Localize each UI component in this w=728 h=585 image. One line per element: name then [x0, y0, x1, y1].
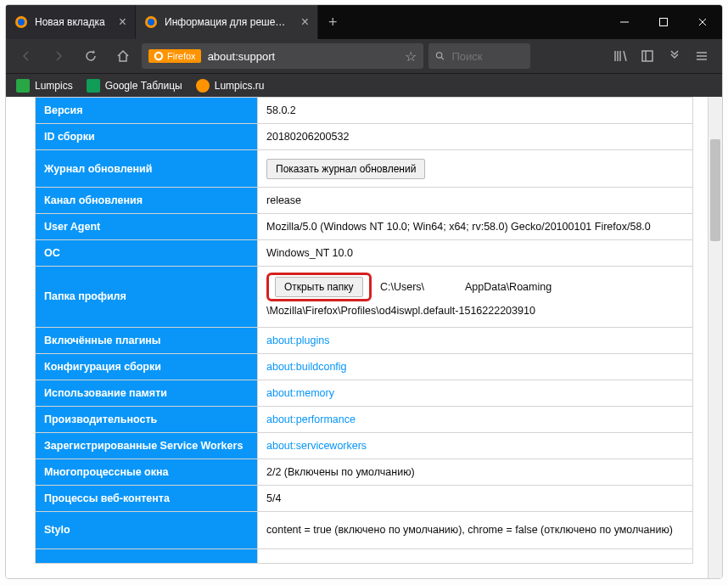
- identity-label: Firefox: [167, 51, 196, 61]
- search-bar[interactable]: [428, 43, 530, 69]
- tab-support[interactable]: Информация для решения пр ×: [136, 5, 318, 39]
- home-button[interactable]: [109, 42, 137, 70]
- tab-title: Новая вкладка: [35, 16, 105, 28]
- overflow-icon[interactable]: [661, 42, 688, 70]
- row-label: Зарегистрированные Service Workers: [36, 432, 258, 458]
- table-row: User AgentMozilla/5.0 (Windows NT 10.0; …: [36, 214, 693, 240]
- about-memory-link[interactable]: about:memory: [266, 387, 334, 399]
- row-label: Stylo: [36, 511, 258, 548]
- row-label: Канал обновления: [36, 188, 258, 214]
- firefox-icon: [154, 51, 164, 61]
- row-label: Конфигурация сборки: [36, 353, 258, 380]
- bookmark-star-icon[interactable]: ☆: [405, 48, 417, 65]
- nav-toolbar: Firefox about:support ☆: [6, 39, 722, 73]
- table-row: Производительностьabout:performance: [36, 406, 693, 432]
- minimize-button[interactable]: [605, 5, 644, 39]
- row-value: Mozilla/5.0 (Windows NT 10.0; Win64; x64…: [258, 214, 693, 240]
- bookmarks-bar: Lumpics Google Таблицы Lumpics.ru: [6, 73, 722, 97]
- row-label: Использование памяти: [36, 380, 258, 406]
- close-button[interactable]: [683, 5, 722, 39]
- row-value: 58.0.2: [258, 98, 693, 124]
- tab-title: Информация для решения пр: [165, 16, 288, 28]
- close-icon[interactable]: ×: [119, 14, 126, 30]
- maximize-button[interactable]: [644, 5, 683, 39]
- row-value: about:plugins: [258, 327, 693, 353]
- window-controls: [605, 5, 722, 39]
- menu-icon[interactable]: [688, 42, 715, 70]
- bookmark-lumpicsru[interactable]: Lumpics.ru: [196, 79, 265, 93]
- page-content: Версия58.0.2 ID сборки20180206200532 Жур…: [6, 97, 722, 578]
- profile-path-1: C:\Users\: [380, 281, 424, 293]
- open-folder-button[interactable]: Открыть папку: [275, 277, 363, 297]
- library-icon[interactable]: [607, 42, 634, 70]
- row-label: ОС: [36, 240, 258, 267]
- table-row: Stylocontent = true (включено по умолчан…: [36, 511, 693, 548]
- table-row: Зарегистрированные Service Workersabout:…: [36, 432, 693, 458]
- row-value: 20180206200532: [258, 124, 693, 150]
- row-label: ID сборки: [36, 124, 258, 150]
- forward-button[interactable]: [45, 42, 72, 70]
- show-updates-button[interactable]: Показать журнал обновлений: [266, 159, 425, 179]
- bookmark-lumpics[interactable]: Lumpics: [16, 79, 73, 93]
- svg-rect-12: [642, 51, 652, 61]
- about-plugins-link[interactable]: about:plugins: [266, 335, 329, 346]
- bookmark-label: Lumpics: [35, 80, 73, 92]
- bookmark-label: Google Таблицы: [105, 80, 182, 92]
- row-label: Процессы веб-контента: [36, 485, 258, 511]
- table-row: Использование памятиabout:memory: [36, 380, 693, 406]
- about-buildconfig-link[interactable]: about:buildconfig: [266, 361, 347, 373]
- identity-badge: Firefox: [148, 49, 201, 63]
- reload-button[interactable]: [77, 42, 104, 70]
- table-row: Многопроцессные окна2/2 (Включены по умо…: [36, 458, 693, 485]
- table-row: Журнал обновленийПоказать журнал обновле…: [36, 150, 693, 188]
- row-label: Включённые плагины: [36, 327, 258, 353]
- titlebar: Новая вкладка × Информация для решения п…: [6, 5, 722, 39]
- row-label: Папка профиля: [36, 267, 258, 328]
- profile-path-3: \Mozilla\Firefox\Profiles\od4iswpl.defau…: [266, 305, 535, 317]
- about-serviceworkers-link[interactable]: about:serviceworkers: [266, 440, 367, 452]
- back-button[interactable]: [13, 42, 40, 70]
- scrollbar[interactable]: [708, 97, 722, 578]
- svg-line-11: [441, 57, 444, 59]
- row-value: release: [258, 188, 693, 214]
- row-value: [258, 548, 693, 563]
- sheets-icon: [87, 79, 100, 93]
- triangle-icon: [16, 79, 30, 93]
- sidebar-icon[interactable]: [634, 42, 661, 70]
- row-label: Журнал обновлений: [36, 150, 258, 188]
- table-row: Конфигурация сборкиabout:buildconfig: [36, 353, 693, 380]
- close-icon[interactable]: ×: [301, 14, 309, 30]
- firefox-icon: [14, 15, 28, 29]
- url-bar[interactable]: Firefox about:support ☆: [142, 43, 423, 69]
- svg-point-10: [436, 53, 441, 58]
- tab-new[interactable]: Новая вкладка ×: [6, 5, 136, 39]
- table-row: [36, 548, 693, 563]
- tab-strip: Новая вкладка × Информация для решения п…: [6, 5, 605, 39]
- scrollbar-thumb[interactable]: [710, 139, 720, 241]
- bookmark-label: Lumpics.ru: [215, 80, 265, 92]
- new-tab-button[interactable]: +: [318, 5, 348, 39]
- url-text: about:support: [208, 50, 398, 63]
- table-row: Включённые плагиныabout:plugins: [36, 327, 693, 353]
- table-row: Канал обновленияrelease: [36, 188, 693, 214]
- row-value: 5/4: [258, 485, 693, 511]
- search-icon: [435, 50, 445, 62]
- bookmark-sheets[interactable]: Google Таблицы: [87, 79, 182, 93]
- about-performance-link[interactable]: about:performance: [266, 413, 356, 425]
- browser-window: Новая вкладка × Информация для решения п…: [5, 4, 723, 579]
- firefox-icon: [144, 15, 158, 29]
- row-value: about:performance: [258, 406, 693, 432]
- toolbar-icons: [607, 42, 715, 70]
- row-value: about:memory: [258, 380, 693, 406]
- table-row: Процессы веб-контента5/4: [36, 485, 693, 511]
- table-row: Версия58.0.2: [36, 98, 693, 124]
- search-input[interactable]: [451, 50, 524, 63]
- row-value: 2/2 (Включены по умолчанию): [258, 458, 693, 485]
- svg-point-3: [148, 19, 154, 25]
- row-label: Производительность: [36, 406, 258, 432]
- svg-point-9: [156, 53, 161, 59]
- row-value: Windows_NT 10.0: [258, 240, 693, 267]
- row-value: about:serviceworkers: [258, 432, 693, 458]
- table-row: ОСWindows_NT 10.0: [36, 240, 693, 267]
- row-value: Открыть папку C:\Users\ AppData\Roaming …: [258, 267, 693, 328]
